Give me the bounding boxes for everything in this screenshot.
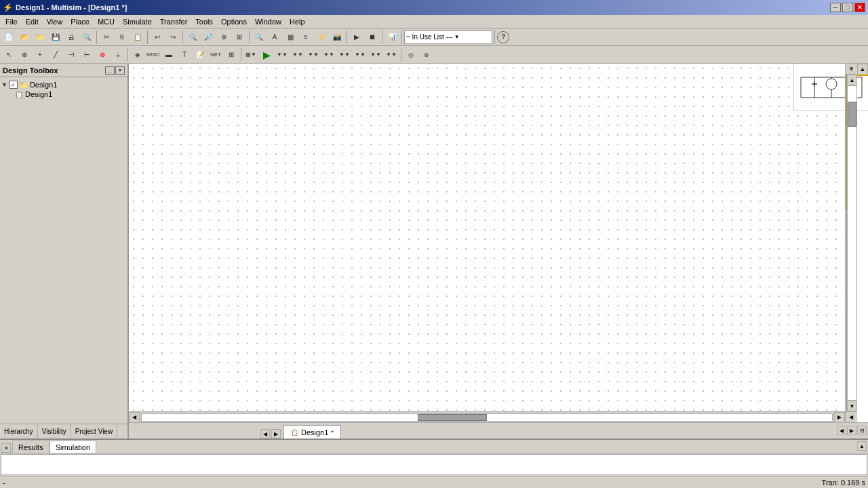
menu-mcu[interactable]: MCU — [94, 15, 119, 28]
tab-left-nav[interactable]: ◀ — [837, 426, 846, 435]
menu-simulate[interactable]: Simulate — [119, 15, 156, 28]
v-scroll-up-button[interactable]: ▲ — [847, 75, 857, 85]
results-close-button[interactable]: ✕ — [1, 443, 11, 453]
menu-edit[interactable]: Edit — [22, 15, 43, 28]
zoom-area-button[interactable]: ⊕ — [216, 30, 231, 45]
pointer-button[interactable]: ↖ — [1, 47, 16, 62]
h-scrollbar-thumb[interactable] — [418, 414, 487, 421]
cut-button[interactable]: ✂ — [99, 30, 114, 45]
redo-button[interactable]: ↪ — [165, 30, 180, 45]
component-panel-btn-1[interactable]: ⊕ — [846, 64, 856, 75]
annotate-button[interactable]: A — [267, 30, 282, 45]
save-button[interactable]: 💾 — [48, 30, 63, 45]
sim-group-7[interactable]: ▼▼ — [368, 47, 383, 62]
run-sim-button[interactable]: ▶ — [259, 47, 274, 62]
misc-button[interactable]: MISC — [146, 47, 161, 62]
tab-visibility[interactable]: Visibility — [38, 424, 71, 439]
net-button[interactable]: NET — [208, 47, 223, 62]
menu-file[interactable]: File — [1, 15, 22, 28]
open-button[interactable]: 📂 — [17, 30, 32, 45]
menu-options[interactable]: Options — [217, 15, 251, 28]
menu-transfer[interactable]: Transfer — [156, 15, 192, 28]
wire-button[interactable]: ╱ — [48, 47, 63, 62]
text-button[interactable]: T — [177, 47, 192, 62]
results-up-button[interactable]: ▲ — [857, 441, 867, 451]
sim-group-3[interactable]: ▼▼ — [306, 47, 321, 62]
menu-tools[interactable]: Tools — [191, 15, 217, 28]
run-button[interactable]: ▶ — [349, 30, 364, 45]
v-scrollbar-track[interactable] — [847, 85, 857, 401]
menu-help[interactable]: Help — [285, 15, 309, 28]
canvas-tab-design1[interactable]: 📋 Design1 * — [283, 425, 341, 439]
in-use-dropdown[interactable]: ~ In Use List --- ▼ — [404, 30, 492, 44]
help-button[interactable]: ? — [497, 31, 509, 43]
tab-project-view[interactable]: Project View — [71, 424, 117, 439]
restore-button[interactable]: □ — [842, 3, 853, 12]
stop-button[interactable]: ⏹ — [365, 30, 380, 45]
v-scrollbar[interactable]: ▲ ▼ — [846, 75, 857, 411]
results-tab-results[interactable]: Results — [12, 441, 50, 453]
h-scroll-left-button[interactable]: ◀ — [129, 412, 140, 423]
scroll-up-button[interactable]: ▲ — [857, 64, 868, 75]
tree-item-root[interactable]: ▼ ✓ 📁 Design1 — [1, 80, 126, 89]
new-button[interactable]: 📄 — [1, 30, 16, 45]
bus-entry-button[interactable]: ▬ — [161, 47, 176, 62]
copy-button[interactable]: ⎘ — [115, 30, 130, 45]
sim-group-5[interactable]: ▼▼ — [337, 47, 352, 62]
open-sample-button[interactable]: 📁 — [33, 30, 47, 45]
bus-button[interactable]: ⊣ — [64, 47, 79, 62]
v-scrollbar-thumb[interactable] — [848, 102, 856, 127]
paste-button[interactable]: 📋 — [130, 30, 145, 45]
tab-right-nav[interactable]: ▶ — [847, 426, 856, 435]
h-scrollbar[interactable]: ◀ ▶ — [129, 411, 845, 422]
tab-scroll-right[interactable]: ▶ — [271, 429, 281, 439]
zoom-in-button[interactable]: 🔍 — [185, 30, 200, 45]
minimize-button[interactable]: ─ — [830, 3, 841, 12]
comp-group-1[interactable]: ▦▼ — [243, 47, 258, 62]
toolbox-minimize-button[interactable]: _ — [105, 66, 115, 75]
note-button[interactable]: 📝 — [193, 47, 208, 62]
ground-button[interactable]: ⏚ — [111, 47, 125, 62]
component-button[interactable]: ⊕ — [17, 47, 32, 62]
indicator-button[interactable]: ◎ — [403, 47, 418, 62]
canvas-area[interactable]: ⊕ ≡ ≡ ≡ ≡ ≡ ≡ ≡ ≡ ≡ ▶ ◀ — [129, 64, 868, 422]
sim-group-4[interactable]: ▼▼ — [321, 47, 336, 62]
find-button[interactable]: 🔍 — [252, 30, 267, 45]
zoom-fit-button[interactable]: ⊞ — [232, 30, 247, 45]
tree-checkbox-root[interactable]: ✓ — [9, 81, 18, 89]
menu-place[interactable]: Place — [66, 15, 94, 28]
tab-scroll-left[interactable]: ◀ — [260, 429, 270, 439]
capture-button[interactable]: 📸 — [330, 30, 344, 45]
menu-window[interactable]: Window — [251, 15, 285, 28]
print-button[interactable]: 🖨 — [64, 30, 79, 45]
hierarchy-button[interactable]: ⊞ — [224, 47, 239, 62]
sim-group-1[interactable]: ▼▼ — [275, 47, 290, 62]
print-preview-button[interactable]: 🔍 — [79, 30, 94, 45]
tab-close-button[interactable]: * — [331, 429, 334, 436]
v-scroll-down-button[interactable]: ▼ — [847, 401, 857, 411]
analysis-button[interactable]: 📊 — [384, 30, 399, 45]
close-button[interactable]: ✕ — [854, 3, 865, 12]
sim-group-6[interactable]: ▼▼ — [353, 47, 368, 62]
toolbox-close-button[interactable]: × — [115, 66, 125, 75]
sim-group-2[interactable]: ▼▼ — [290, 47, 305, 62]
place-button[interactable]: ⊢ — [79, 47, 94, 62]
undo-button[interactable]: ↩ — [150, 30, 165, 45]
spreadsheet-button[interactable]: ▦ — [283, 30, 298, 45]
results-tab-simulation[interactable]: Simulation — [50, 441, 96, 453]
tab-menu-button[interactable]: ⊟ — [857, 426, 867, 435]
sim-group-8[interactable]: ▼▼ — [384, 47, 399, 62]
probe-button[interactable]: ◈ — [130, 47, 145, 62]
h-scrollbar-track[interactable] — [141, 413, 833, 422]
electrical-rules-button[interactable]: ⚡ — [314, 30, 329, 45]
virtual-button[interactable]: ⊕ — [419, 47, 434, 62]
tree-item-design1[interactable]: 📋 Design1 — [15, 89, 126, 99]
h-scroll-right-button[interactable]: ▶ — [834, 412, 845, 423]
tab-hierarchy[interactable]: Hierarchy — [0, 424, 38, 439]
power-button[interactable]: ⊕ — [95, 47, 110, 62]
bom-button[interactable]: ≡ — [298, 30, 313, 45]
junction-button[interactable]: + — [33, 47, 47, 62]
component-panel-btn-collapse[interactable]: ◀ — [846, 411, 856, 422]
zoom-out-button[interactable]: 🔎 — [201, 30, 216, 45]
menu-view[interactable]: View — [43, 15, 67, 28]
